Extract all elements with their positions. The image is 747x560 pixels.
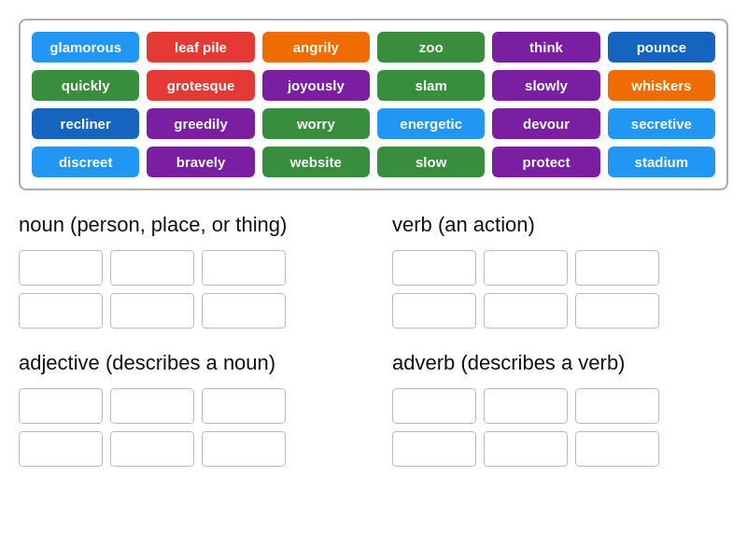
drop-row — [19, 293, 355, 329]
word-chip[interactable]: energetic — [377, 108, 485, 139]
word-chip[interactable]: bravely — [147, 147, 254, 177]
word-chip[interactable]: protect — [492, 147, 599, 177]
word-chip[interactable]: website — [262, 147, 370, 177]
categories-area: noun (person, place, or thing)verb (an a… — [19, 213, 728, 467]
word-chip[interactable]: whiskers — [608, 70, 715, 101]
category-label-adverb: adverb (describes a verb) — [392, 351, 728, 375]
category-section-verb: verb (an action) — [392, 213, 728, 329]
word-chip[interactable]: stadium — [608, 147, 715, 177]
drop-box[interactable] — [392, 293, 476, 329]
drop-box[interactable] — [202, 388, 286, 424]
word-chip[interactable]: joyously — [262, 70, 370, 101]
drop-box[interactable] — [575, 250, 659, 286]
word-chip[interactable]: zoo — [377, 32, 485, 63]
drop-row — [392, 431, 728, 467]
drop-row — [19, 250, 355, 286]
word-chip[interactable]: greedily — [147, 108, 254, 139]
drop-box[interactable] — [202, 250, 286, 286]
word-chip[interactable]: quickly — [32, 70, 139, 101]
drop-row — [19, 388, 355, 424]
category-label-noun: noun (person, place, or thing) — [19, 213, 355, 237]
drop-box[interactable] — [202, 431, 286, 467]
category-label-verb: verb (an action) — [392, 213, 728, 237]
drop-box[interactable] — [575, 431, 659, 467]
word-chip[interactable]: think — [492, 32, 599, 63]
drop-box[interactable] — [19, 250, 103, 286]
drop-row — [19, 431, 355, 467]
word-chip[interactable]: angrily — [262, 32, 370, 63]
word-bank: glamorousleaf pileangrilyzoothinkpounceq… — [19, 19, 728, 190]
drop-box[interactable] — [575, 293, 659, 329]
drop-box[interactable] — [392, 431, 476, 467]
drop-box[interactable] — [575, 388, 659, 424]
word-chip[interactable]: secretive — [608, 108, 715, 139]
word-chip[interactable]: grotesque — [147, 70, 254, 101]
word-chip[interactable]: leaf pile — [147, 32, 254, 63]
word-chip[interactable]: devour — [492, 108, 599, 139]
drop-box[interactable] — [110, 388, 194, 424]
word-chip[interactable]: slow — [377, 147, 485, 177]
word-chip[interactable]: slowly — [492, 70, 599, 101]
drop-box[interactable] — [484, 250, 568, 286]
drop-box[interactable] — [392, 250, 476, 286]
word-chip[interactable]: pounce — [608, 32, 715, 63]
drop-box[interactable] — [110, 250, 194, 286]
drop-box[interactable] — [110, 431, 194, 467]
category-section-adjective: adjective (describes a noun) — [19, 351, 355, 467]
drop-row — [392, 250, 728, 286]
drop-row — [392, 293, 728, 329]
category-label-adjective: adjective (describes a noun) — [19, 351, 355, 375]
category-section-noun: noun (person, place, or thing) — [19, 213, 355, 329]
drop-box[interactable] — [484, 388, 568, 424]
drop-box[interactable] — [19, 388, 103, 424]
word-chip[interactable]: recliner — [32, 108, 139, 139]
word-chip[interactable]: discreet — [32, 147, 139, 177]
category-section-adverb: adverb (describes a verb) — [392, 351, 728, 467]
word-chip[interactable]: worry — [262, 108, 370, 139]
drop-row — [392, 388, 728, 424]
drop-box[interactable] — [392, 388, 476, 424]
drop-box[interactable] — [19, 431, 103, 467]
drop-box[interactable] — [110, 293, 194, 329]
drop-box[interactable] — [484, 431, 568, 467]
word-chip[interactable]: glamorous — [32, 32, 139, 63]
word-chip[interactable]: slam — [377, 70, 485, 101]
drop-box[interactable] — [484, 293, 568, 329]
drop-box[interactable] — [19, 293, 103, 329]
drop-box[interactable] — [202, 293, 286, 329]
